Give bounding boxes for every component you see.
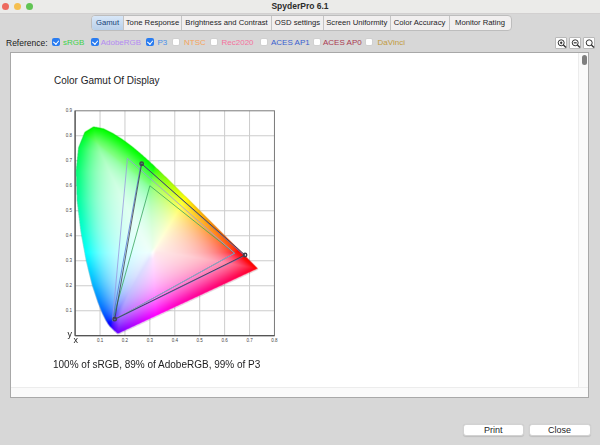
svg-text:y: y	[68, 329, 73, 339]
svg-text:x: x	[74, 335, 79, 345]
